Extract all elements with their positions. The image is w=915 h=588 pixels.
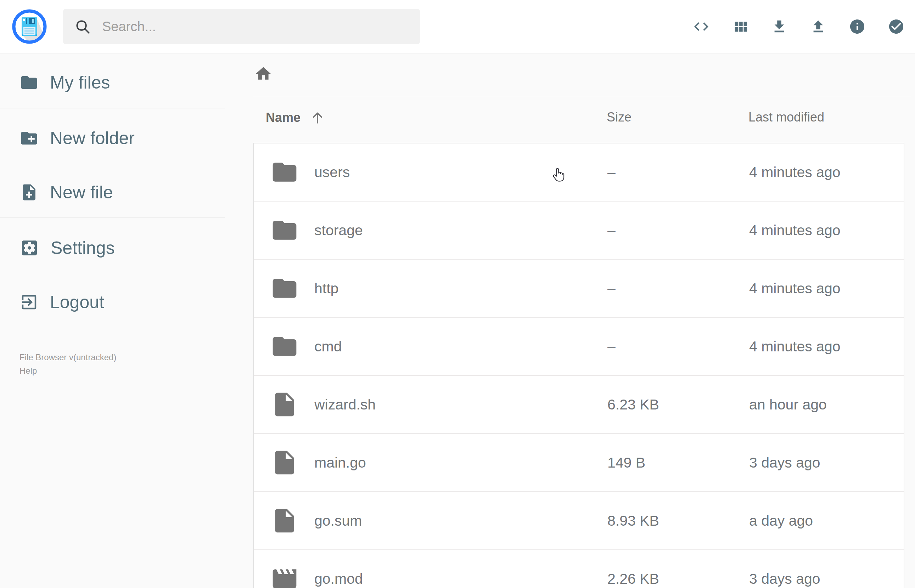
file-name: users <box>314 164 350 181</box>
top-bar <box>0 0 915 53</box>
file-icon <box>270 390 299 419</box>
file-row[interactable]: users – 4 minutes ago <box>254 144 904 202</box>
file-row[interactable]: main.go 149 B 3 days ago <box>254 434 904 492</box>
column-header-name[interactable]: Name <box>266 110 325 125</box>
file-name: cmd <box>314 338 342 355</box>
file-icon <box>270 448 299 477</box>
file-row[interactable]: go.mod 2.26 KB 3 days ago <box>254 550 904 588</box>
file-size: 6.23 KB <box>608 396 659 413</box>
check-circle-icon <box>888 18 905 35</box>
column-label: Last modified <box>748 110 824 125</box>
sidebar-item-my-files[interactable]: My files <box>0 61 225 104</box>
sidebar-divider <box>0 108 225 108</box>
toolbar <box>692 17 906 36</box>
file-name: main.go <box>314 454 366 471</box>
search-input[interactable] <box>101 19 393 35</box>
sidebar-item-new-folder[interactable]: New folder <box>0 117 225 159</box>
breadcrumb-divider <box>253 97 912 97</box>
raw-code-button[interactable] <box>692 17 711 36</box>
file-size: 149 B <box>608 454 645 471</box>
sidebar-item-label: My files <box>50 72 110 93</box>
file-size: – <box>608 338 616 355</box>
file-modified: 4 minutes ago <box>749 164 841 181</box>
file-name: storage <box>314 222 363 239</box>
file-row[interactable]: go.sum 8.93 KB a day ago <box>254 492 904 550</box>
info-button[interactable] <box>848 17 867 36</box>
column-label: Size <box>607 110 632 125</box>
upload-icon <box>810 18 826 35</box>
file-modified: an hour ago <box>749 396 827 413</box>
breadcrumb-home-button[interactable] <box>254 65 272 82</box>
file-modified: 4 minutes ago <box>749 280 841 297</box>
sidebar-item-label: Settings <box>51 237 115 258</box>
search-bar <box>63 9 420 44</box>
download-button[interactable] <box>770 17 789 36</box>
floppy-disk-logo-icon <box>12 9 47 44</box>
file-row[interactable]: http – 4 minutes ago <box>254 260 904 318</box>
select-multiple-button[interactable] <box>887 17 906 36</box>
file-modified: 3 days ago <box>749 571 820 587</box>
sidebar: My files New folder New file Settings Lo… <box>0 53 225 588</box>
sidebar-item-label: New file <box>50 182 113 203</box>
file-name: go.mod <box>314 571 363 587</box>
main-area: Name Size Last modified <box>225 53 915 588</box>
home-icon <box>254 65 272 82</box>
file-modified: 4 minutes ago <box>749 222 841 239</box>
file-row[interactable]: cmd – 4 minutes ago <box>254 318 904 376</box>
switch-view-button[interactable] <box>731 17 750 36</box>
file-modified: 3 days ago <box>749 454 820 471</box>
file-icon <box>270 507 299 535</box>
sidebar-divider <box>0 217 225 218</box>
file-size: – <box>608 222 616 239</box>
logout-icon <box>19 292 39 312</box>
file-row[interactable]: wizard.sh 6.23 KB an hour ago <box>254 376 904 434</box>
filebrowser-logo[interactable] <box>12 9 47 44</box>
sidebar-footer: File Browser v(untracked) Help <box>19 351 116 378</box>
app-version-text: File Browser v(untracked) <box>19 351 116 364</box>
file-name: http <box>314 280 338 297</box>
sidebar-item-logout[interactable]: Logout <box>0 281 225 323</box>
file-modified: 4 minutes ago <box>749 338 841 355</box>
file-listing: users – 4 minutes ago storage – 4 minute… <box>253 143 904 588</box>
settings-gear-icon <box>19 238 39 258</box>
upload-button[interactable] <box>809 17 828 36</box>
listing-header: Name Size Last modified <box>225 110 915 130</box>
create-new-folder-icon <box>19 129 39 148</box>
file-size: – <box>608 280 616 297</box>
file-modified: a day ago <box>749 512 813 529</box>
folder-icon <box>270 332 299 360</box>
sidebar-item-label: New folder <box>50 128 135 149</box>
column-header-modified[interactable]: Last modified <box>748 110 824 125</box>
file-size: 2.26 KB <box>608 571 659 587</box>
folder-icon <box>270 274 299 302</box>
movie-icon <box>270 565 299 588</box>
sidebar-item-settings[interactable]: Settings <box>0 227 225 269</box>
search-icon <box>74 18 91 35</box>
file-name: go.sum <box>314 512 362 529</box>
help-link[interactable]: Help <box>19 364 116 378</box>
code-icon <box>693 18 710 35</box>
column-label: Name <box>266 110 301 125</box>
file-size: 8.93 KB <box>608 512 659 529</box>
filebrowser-app: { "colors": { "accent_blue": "#2979ff", … <box>0 0 915 588</box>
note-add-icon <box>19 183 39 202</box>
file-row[interactable]: storage – 4 minutes ago <box>254 202 904 260</box>
folder-icon <box>19 73 39 92</box>
folder-icon <box>270 216 299 244</box>
sidebar-item-new-file[interactable]: New file <box>0 171 225 213</box>
info-icon <box>849 18 866 35</box>
sort-ascending-arrow-icon <box>310 110 325 125</box>
download-icon <box>771 18 787 35</box>
folder-icon <box>270 158 299 186</box>
column-header-size[interactable]: Size <box>607 110 632 125</box>
sidebar-item-label: Logout <box>50 292 104 312</box>
file-name: wizard.sh <box>314 396 376 413</box>
view-module-grid-icon <box>732 18 748 35</box>
file-size: – <box>608 164 616 181</box>
